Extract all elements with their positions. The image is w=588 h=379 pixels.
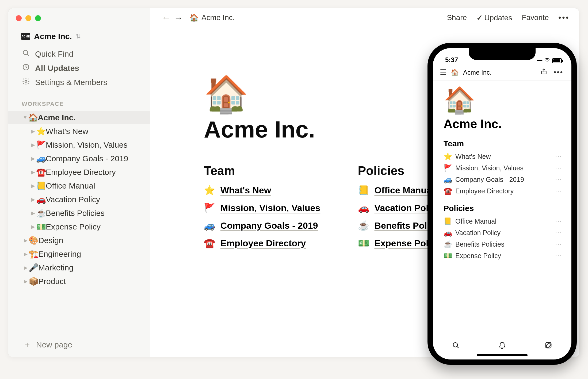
sidebar-item-design[interactable]: ▶ 🎨 Design [8,233,150,247]
red-car-icon: 🚗 [358,202,369,213]
sidebar-item-acme-inc[interactable]: ▼ 🏠 Acme Inc. [8,111,150,124]
chevron-right-icon[interactable]: ▶ [23,251,29,257]
mobile-header: ☰ 🏠 Acme Inc. ••• [433,64,571,81]
forward-button[interactable]: → [172,13,185,23]
page-link-company-goals[interactable]: 🚙 Company Goals - 2019 [204,220,320,231]
mobile-link-company-goals[interactable]: 🚙 Company Goals - 2019 ⋯ [444,174,562,185]
row-more-button[interactable]: ⋯ [555,240,562,248]
chevron-right-icon[interactable]: ▶ [30,156,36,162]
sidebar-item-label: Benefits Policies [46,209,105,218]
tab-notifications-button[interactable] [498,341,506,351]
menu-button[interactable]: ☰ [440,68,446,77]
back-button[interactable]: ← [160,13,172,23]
mobile-page-title[interactable]: Acme Inc. [444,117,562,131]
sidebar: ACME Acme Inc. ⇅ Quick Find All Updates [8,8,150,357]
sidebar-item-benefits-policies[interactable]: ▶ ☕ Benefits Policies [8,206,150,220]
topbar: ← → 🏠 Acme Inc. Share ✓Updates Favorite … [150,8,579,27]
mobile-section-policies: Policies [444,204,562,213]
mobile-link-office-manual[interactable]: 📒 Office Manual ⋯ [444,216,562,227]
mobile-link-label: Vacation Policy [455,229,501,237]
row-more-button[interactable]: ⋯ [555,152,562,161]
mobile-link-mission-vision-values[interactable]: 🚩 Mission, Vision, Values ⋯ [444,162,562,174]
notebook-icon: 📒 [444,217,452,225]
sidebar-item-product[interactable]: ▶ 📦 Product [8,274,150,288]
row-more-button[interactable]: ⋯ [555,187,562,195]
mobile-link-label: Benefits Policies [455,240,504,248]
page-link-employee-directory[interactable]: ☎️ Employee Directory [204,238,320,248]
more-button[interactable]: ••• [554,68,563,76]
flag-icon: 🚩 [444,164,452,172]
chevron-right-icon[interactable]: ▶ [23,278,29,284]
chevron-right-icon[interactable]: ▶ [30,224,36,230]
workspace-switcher[interactable]: ACME Acme Inc. ⇅ [8,21,150,47]
chevron-right-icon[interactable]: ▶ [23,238,29,243]
mobile-link-employee-directory[interactable]: ☎️ Employee Directory ⋯ [444,185,562,197]
sidebar-item-mission-vision-values[interactable]: ▶ 🚩 Mission, Vision, Values [8,138,150,152]
mobile-link-expense-policy[interactable]: 💵 Expense Policy ⋯ [444,250,562,262]
sidebar-item-office-manual[interactable]: ▶ 📒 Office Manual [8,179,150,193]
mobile-breadcrumb[interactable]: Acme Inc. [463,69,492,76]
page-link-label: Employee Directory [220,238,306,248]
row-more-button[interactable]: ⋯ [555,229,562,237]
sidebar-item-marketing[interactable]: ▶ 🎤 Marketing [8,261,150,274]
chevron-right-icon[interactable]: ▶ [30,128,36,134]
search-icon [22,49,30,59]
row-more-button[interactable]: ⋯ [555,252,562,260]
window-controls [8,8,150,21]
sidebar-item-employee-directory[interactable]: ▶ ☎️ Employee Directory [8,165,150,179]
mobile-link-vacation-policy[interactable]: 🚗 Vacation Policy ⋯ [444,227,562,239]
phone-screen: 5:37 •••• ☰ 🏠 Acme Inc. [433,48,571,359]
breadcrumb-label: Acme Inc. [201,13,235,22]
chevron-right-icon[interactable]: ▶ [30,183,36,189]
share-button[interactable]: Share [447,13,467,22]
check-icon: ✓ [476,14,483,22]
settings-members-label: Settings & Members [35,78,107,87]
tab-search-button[interactable] [452,341,460,351]
workspace-badge-icon: ACME [21,33,30,40]
chevron-right-icon[interactable]: ▶ [23,265,29,271]
sidebar-item-expense-policy[interactable]: ▶ 💵 Expense Policy [8,220,150,233]
svg-point-3 [25,80,27,82]
sidebar-nav-settings-members[interactable]: Settings & Members [8,75,150,89]
mobile-link-label: Office Manual [455,217,497,225]
close-window-button[interactable] [16,15,22,21]
minimize-window-button[interactable] [25,15,31,21]
mobile-page-icon[interactable]: 🏠 [444,87,562,113]
share-button[interactable] [540,68,547,77]
plus-icon: ＋ [23,339,31,350]
package-icon: 📦 [29,277,38,286]
chevron-right-icon[interactable]: ▶ [30,169,36,175]
status-time: 5:37 [445,56,458,64]
new-page-button[interactable]: ＋ New page [8,332,150,357]
chevron-down-icon[interactable]: ▼ [22,115,28,120]
sidebar-nav-quick-find[interactable]: Quick Find [8,47,150,61]
row-more-button[interactable]: ⋯ [555,217,562,225]
row-more-button[interactable]: ⋯ [555,164,562,172]
page-link-mission-vision-values[interactable]: 🚩 Mission, Vision, Values [204,202,320,213]
page-link-whats-new[interactable]: ⭐ What's New [204,185,320,196]
tab-compose-button[interactable] [544,341,552,351]
all-updates-label: All Updates [35,64,79,73]
sidebar-nav-all-updates[interactable]: All Updates [8,61,150,75]
sidebar-item-label: Product [38,277,66,286]
sidebar-item-whats-new[interactable]: ▶ ⭐ What's New [8,124,150,138]
sidebar-item-engineering[interactable]: ▶ 🏗️ Engineering [8,247,150,261]
signal-icon: •••• [537,58,542,64]
svg-point-0 [23,50,28,55]
chevron-right-icon[interactable]: ▶ [30,210,36,216]
chevron-right-icon[interactable]: ▶ [30,197,36,202]
row-more-button[interactable]: ⋯ [555,175,562,184]
more-button[interactable]: ••• [559,13,570,22]
maximize-window-button[interactable] [35,15,41,21]
star-icon: ⭐ [36,127,46,136]
favorite-button[interactable]: Favorite [522,13,549,22]
mobile-link-benefits-policies[interactable]: ☕ Benefits Policies ⋯ [444,239,562,250]
chevron-right-icon[interactable]: ▶ [30,142,36,148]
updates-button[interactable]: ✓Updates [476,13,512,22]
quick-find-label: Quick Find [35,49,73,59]
mobile-link-whats-new[interactable]: ⭐ What's New ⋯ [444,151,562,162]
sidebar-item-vacation-policy[interactable]: ▶ 🚗 Vacation Policy [8,193,150,206]
breadcrumb[interactable]: 🏠 Acme Inc. [189,13,235,22]
page-link-label: Mission, Vision, Values [220,203,320,213]
sidebar-item-company-goals[interactable]: ▶ 🚙 Company Goals - 2019 [8,152,150,165]
